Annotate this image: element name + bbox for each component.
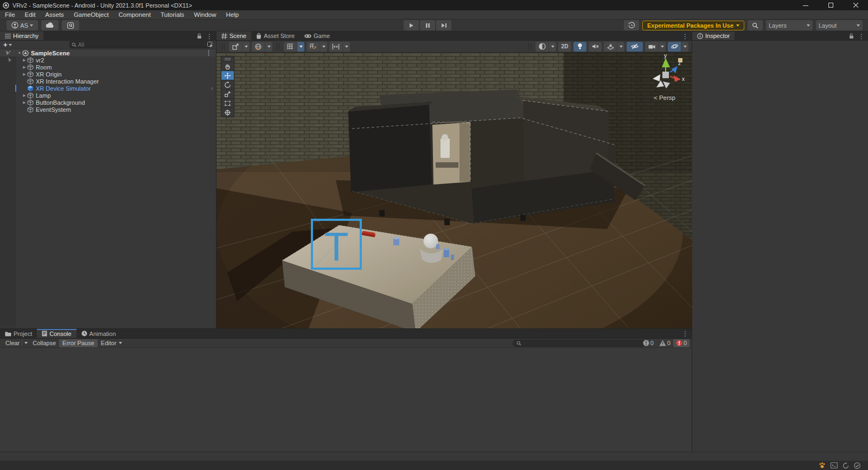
gizmos-caret[interactable] bbox=[681, 42, 688, 52]
scene-render[interactable]: T y z x bbox=[216, 53, 692, 328]
menu-item-gameobject[interactable]: GameObject bbox=[69, 11, 114, 18]
rotate-tool[interactable] bbox=[221, 80, 234, 89]
foldout-closed-icon[interactable]: ▶ bbox=[22, 65, 27, 69]
tab-project[interactable]: Project bbox=[0, 329, 37, 338]
toolstrip-grip[interactable] bbox=[221, 56, 234, 61]
rect-tool[interactable] bbox=[221, 98, 234, 107]
console-error-toggle[interactable]: 0 bbox=[673, 339, 690, 347]
toolbar-drag-handle[interactable] bbox=[277, 43, 279, 50]
foldout-closed-icon[interactable]: ▶ bbox=[22, 93, 27, 98]
shading-mode-button[interactable] bbox=[535, 42, 548, 52]
scene-camera-settings-caret[interactable] bbox=[658, 42, 666, 52]
refresh-status-icon[interactable] bbox=[843, 462, 849, 469]
shading-mode-caret[interactable] bbox=[548, 42, 556, 52]
layers-dropdown[interactable]: Layers bbox=[766, 20, 813, 30]
tab-inspector[interactable]: Inspector bbox=[692, 31, 735, 40]
menu-item-tutorials[interactable]: Tutorials bbox=[156, 11, 189, 18]
close-button[interactable] bbox=[843, 0, 868, 10]
console-error-pause-button[interactable]: Error Pause bbox=[59, 339, 98, 347]
menu-item-edit[interactable]: Edit bbox=[20, 11, 41, 18]
scene-effects-button[interactable] bbox=[604, 42, 617, 52]
tool-handle-rotation-button[interactable] bbox=[252, 42, 265, 52]
move-tool[interactable] bbox=[221, 71, 234, 80]
tool-handle-rotation-caret[interactable] bbox=[265, 42, 272, 52]
activity-paw-icon[interactable] bbox=[819, 462, 826, 469]
lock-icon[interactable] bbox=[849, 33, 854, 39]
scene-pick-icon[interactable] bbox=[7, 57, 14, 63]
compile-status-check-icon[interactable] bbox=[854, 462, 860, 469]
play-button[interactable] bbox=[404, 20, 419, 30]
hierarchy-scene-row[interactable]: ▼ SampleScene ⋮ bbox=[0, 49, 216, 56]
hierarchy-item-eventsystem[interactable]: ▶ EventSystem bbox=[0, 106, 216, 113]
account-dropdown[interactable]: AS bbox=[7, 20, 38, 30]
view-hand-tool[interactable] bbox=[221, 61, 234, 71]
tab-console[interactable]: Console bbox=[37, 329, 76, 338]
create-object-button[interactable]: + bbox=[3, 41, 12, 49]
scene-effects-caret[interactable] bbox=[617, 42, 624, 52]
scene-kebab-icon[interactable]: ⋮ bbox=[206, 49, 212, 56]
cloud-button[interactable] bbox=[41, 20, 59, 30]
scene-lighting-toggle[interactable] bbox=[573, 42, 586, 52]
scene-picker-icon[interactable] bbox=[207, 42, 213, 48]
menu-item-component[interactable]: Component bbox=[113, 11, 155, 18]
step-button[interactable] bbox=[436, 20, 451, 30]
inspector-menu-kebab-icon[interactable]: ⋮ bbox=[857, 33, 866, 40]
menu-item-assets[interactable]: Assets bbox=[40, 11, 69, 18]
layout-dropdown[interactable]: Layout bbox=[816, 20, 863, 30]
toolbar-drag-handle[interactable] bbox=[528, 43, 531, 50]
snap-increment-caret[interactable] bbox=[320, 42, 327, 52]
gizmos-toggle-button[interactable] bbox=[668, 42, 681, 52]
foldout-closed-icon[interactable]: ▶ bbox=[22, 72, 27, 77]
scene-viewport[interactable]: T y z x bbox=[216, 53, 692, 328]
scene-pick-icon[interactable] bbox=[5, 50, 11, 56]
hierarchy-item-xr-device-simulator[interactable]: ▶ XR Device Simulator › bbox=[0, 85, 216, 92]
foldout-closed-icon[interactable]: ▶ bbox=[22, 100, 27, 105]
snap-settings-button[interactable] bbox=[329, 42, 342, 52]
tab-hierarchy[interactable]: Hierarchy bbox=[0, 31, 43, 40]
hierarchy-search-input[interactable] bbox=[78, 42, 207, 48]
version-control-button[interactable] bbox=[62, 20, 79, 30]
hierarchy-item-xr-interaction-manager[interactable]: ▶ XR Interaction Manager bbox=[0, 78, 216, 85]
undo-history-button[interactable] bbox=[624, 20, 639, 30]
console-clear-button[interactable]: Clear bbox=[2, 339, 29, 347]
gizmo-center-cube[interactable] bbox=[662, 72, 669, 78]
2d-toggle-button[interactable]: 2D bbox=[558, 42, 571, 52]
console-status-icon[interactable] bbox=[831, 462, 838, 468]
hierarchy-item-vr2[interactable]: ▶ vr2 bbox=[0, 56, 216, 63]
scene-visibility-toggle[interactable] bbox=[627, 42, 643, 52]
grid-visibility-caret[interactable] bbox=[297, 42, 304, 52]
toolbar-drag-handle[interactable] bbox=[222, 43, 225, 50]
menu-item-file[interactable]: File bbox=[0, 11, 20, 18]
search-button[interactable] bbox=[748, 20, 763, 30]
scene-audio-toggle[interactable] bbox=[589, 42, 602, 52]
scene-camera-settings-button[interactable] bbox=[645, 42, 658, 52]
maximize-button[interactable] bbox=[818, 0, 843, 10]
foldout-closed-icon[interactable]: ▶ bbox=[22, 58, 27, 62]
gizmo-lock-icon[interactable] bbox=[678, 58, 682, 62]
menu-item-window[interactable]: Window bbox=[189, 11, 221, 18]
tab-scene[interactable]: Scene bbox=[216, 31, 251, 40]
scene-menu-kebab-icon[interactable]: ⋮ bbox=[681, 33, 690, 40]
transform-tool[interactable] bbox=[221, 107, 234, 117]
hierarchy-menu-kebab-icon[interactable]: ⋮ bbox=[205, 33, 214, 40]
console-collapse-button[interactable]: Collapse bbox=[29, 339, 59, 347]
console-log-area[interactable] bbox=[0, 348, 692, 452]
perspective-label[interactable]: < Persp bbox=[654, 94, 675, 101]
pause-button[interactable] bbox=[420, 20, 435, 30]
hierarchy-item-xr-origin[interactable]: ▶ XR Origin bbox=[0, 71, 216, 78]
snap-settings-caret[interactable] bbox=[342, 42, 350, 52]
hierarchy-search-field[interactable] bbox=[69, 41, 209, 48]
tab-animation[interactable]: Animation bbox=[76, 329, 121, 338]
console-warning-toggle[interactable]: 0 bbox=[656, 339, 673, 347]
scale-tool[interactable] bbox=[221, 89, 234, 98]
console-editor-dropdown[interactable]: Editor bbox=[98, 339, 125, 347]
minimize-button[interactable] bbox=[793, 0, 818, 10]
console-search-input[interactable] bbox=[524, 340, 642, 346]
tool-handle-position-button[interactable] bbox=[229, 42, 242, 52]
tab-game[interactable]: Game bbox=[299, 31, 335, 40]
experimental-packages-dropdown[interactable]: Experimental Packages In Use bbox=[642, 21, 744, 30]
tool-handle-position-caret[interactable] bbox=[242, 42, 250, 52]
console-info-toggle[interactable]: 0 bbox=[640, 339, 656, 347]
prefab-open-chevron-icon[interactable]: › bbox=[211, 85, 213, 91]
hierarchy-item-room[interactable]: ▶ Room bbox=[0, 63, 216, 71]
